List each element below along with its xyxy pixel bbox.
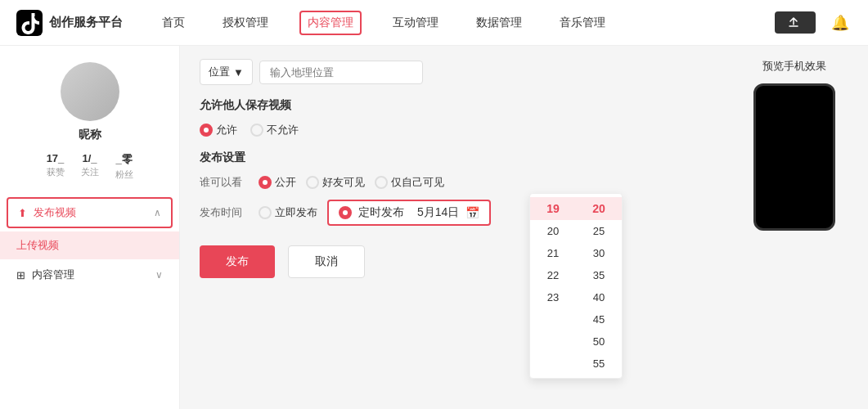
upload-button-nav[interactable] [775,11,816,34]
notification-icon[interactable]: 🔔 [829,11,852,34]
scheduled-date: 5月14日 [417,205,459,220]
scheduled-label: 定时发布 [358,205,404,220]
hour-20[interactable]: 20 [530,220,576,242]
min-50[interactable]: 50 [576,330,622,353]
immediate-radio [259,206,272,219]
time-label: 发布时间 [200,205,249,220]
friends-label: 好友可见 [322,175,365,190]
upload-video-label: 上传视频 [16,238,59,253]
scheduled-radio [339,206,352,219]
sidebar-menu: ⬆ 发布视频 ∧ 上传视频 ⊞ 内容管理 ∨ [0,194,179,290]
fans-count: _零 [115,152,132,167]
min-45[interactable]: 45 [576,308,622,330]
location-row: 位置 ▼ [200,59,701,85]
publish-settings-section: 发布设置 谁可以看 公开 好友可见 仅自己可见 发布时间 [200,151,701,226]
sidebar-item-content-mgmt[interactable]: ⊞ 内容管理 ∨ [0,259,179,290]
public-radio [259,176,272,189]
scheduled-option[interactable]: 定时发布 5月14日 📅 [327,200,491,226]
fans-label: 粉丝 [115,169,133,181]
allow-save-radio-row: 允许 不允许 [200,123,701,137]
nav-item-interact[interactable]: 互动管理 [386,12,445,34]
stats-row: 17_ 获赞 1/_ 关注 _零 粉丝 [47,152,133,181]
min-55[interactable]: 55 [576,353,622,375]
visibility-row: 谁可以看 公开 好友可见 仅自己可见 [200,175,701,190]
hour-header: 19 [530,197,576,220]
publish-button[interactable]: 发布 [200,245,275,278]
cancel-button[interactable]: 取消 [288,245,365,278]
time-row: 发布时间 立即发布 定时发布 5月14日 📅 [200,200,701,226]
immediate-option[interactable]: 立即发布 [259,205,317,220]
private-radio [375,176,388,189]
hour-22[interactable]: 22 [530,264,576,286]
location-select[interactable]: 位置 ▼ [200,59,253,85]
content-area: 位置 ▼ 允许他人保存视频 允许 不允许 发布设置 [180,46,721,409]
nav-item-home[interactable]: 首页 [155,12,191,34]
dropdown-arrow-icon: ▼ [233,66,244,79]
sidebar-item-upload-video[interactable]: 上传视频 [0,231,179,259]
menu-left: ⬆ 发布视频 [18,205,76,220]
phone-preview [753,83,835,231]
allow-radio-checked [200,124,213,137]
nav-item-auth[interactable]: 授权管理 [216,12,275,34]
top-nav: 创作服务平台 首页 授权管理 内容管理 互动管理 数据管理 音乐管理 🔔 [0,0,868,46]
main-layout: 昵称 17_ 获赞 1/_ 关注 _零 粉丝 ⬆ 发布视频 ∧ [0,46,868,409]
min-30[interactable]: 30 [576,242,622,264]
publish-settings-title: 发布设置 [200,151,701,165]
min-25[interactable]: 25 [576,220,622,242]
disallow-option[interactable]: 不允许 [250,123,299,137]
content-chevron: ∨ [155,269,163,281]
following-count: 1/_ [82,152,97,164]
time-col-mins: 20 25 30 35 40 45 50 55 [576,194,622,378]
disallow-radio [250,124,263,137]
username: 昵称 [79,128,101,142]
preview-label: 预览手机效果 [762,59,826,74]
time-picker-dropdown: 19 20 21 22 23 20 25 30 35 40 45 50 55 [529,193,623,379]
following-label: 关注 [81,166,99,178]
public-label: 公开 [275,175,296,190]
allow-save-title: 允许他人保存视频 [200,98,701,113]
immediate-label: 立即发布 [275,205,317,220]
upload-icon: ⬆ [18,207,27,219]
allow-label: 允许 [216,123,237,137]
likes-count: 17_ [47,152,65,164]
friends-option[interactable]: 好友可见 [306,175,365,190]
min-40[interactable]: 40 [576,286,622,308]
sidebar-item-publish-video[interactable]: ⬆ 发布视频 ∧ [7,197,173,228]
min-header: 20 [576,197,622,220]
public-option[interactable]: 公开 [259,175,296,190]
nav-right: 🔔 [775,11,852,34]
content-mgmt-label: 内容管理 [32,267,74,282]
publish-chevron: ∧ [154,207,161,218]
calendar-icon[interactable]: 📅 [465,206,479,219]
publish-video-label: 发布视频 [34,205,76,220]
stat-following: 1/_ 关注 [81,152,99,181]
grid-icon: ⊞ [16,269,25,281]
nav-item-music[interactable]: 音乐管理 [553,12,612,34]
logo-text: 创作服务平台 [49,15,123,30]
logo-area: 创作服务平台 [16,10,123,36]
preview-area: 预览手机效果 [721,46,868,409]
hour-21[interactable]: 21 [530,242,576,264]
visibility-label: 谁可以看 [200,175,249,190]
menu-left-2: ⊞ 内容管理 [16,267,74,282]
allow-save-section: 允许他人保存视频 允许 不允许 [200,98,701,137]
btn-row: 发布 取消 [200,245,701,278]
location-input[interactable] [259,61,423,84]
location-label: 位置 [209,65,230,79]
friends-radio [306,176,319,189]
stat-fans: _零 粉丝 [115,152,133,181]
private-label: 仅自己可见 [391,175,444,190]
tiktok-logo-icon [16,10,43,36]
disallow-label: 不允许 [267,123,299,137]
nav-item-content[interactable]: 内容管理 [299,11,362,35]
sidebar: 昵称 17_ 获赞 1/_ 关注 _零 粉丝 ⬆ 发布视频 ∧ [0,46,180,409]
nav-item-data[interactable]: 数据管理 [470,12,528,34]
hour-23[interactable]: 23 [530,286,576,308]
min-35[interactable]: 35 [576,264,622,286]
private-option[interactable]: 仅自己可见 [375,175,444,190]
avatar [61,62,119,121]
nav-items: 首页 授权管理 内容管理 互动管理 数据管理 音乐管理 [155,11,775,35]
allow-option[interactable]: 允许 [200,123,237,137]
stat-likes: 17_ 获赞 [47,152,65,181]
likes-label: 获赞 [47,166,65,178]
